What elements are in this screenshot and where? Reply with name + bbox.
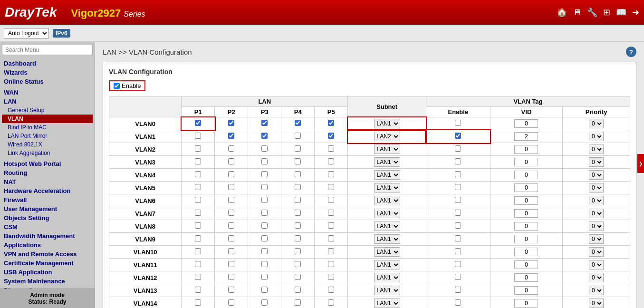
vlan-vlan1-p5-checkbox[interactable] (328, 133, 334, 139)
vlan-vlan12-priority-select[interactable]: 01234567 (589, 273, 604, 282)
vlan-vlan2-p1-checkbox[interactable] (195, 145, 201, 152)
vlan-vlan1-tag-enable-checkbox[interactable] (455, 133, 461, 139)
vlan-vlan12-p1-checkbox[interactable] (195, 274, 201, 280)
vlan-vlan3-priority-select[interactable]: 01234567 (589, 157, 604, 167)
vlan-vlan3-p1-checkbox[interactable] (195, 158, 201, 164)
sidebar-item-link-agg[interactable]: Link Aggregation (2, 149, 93, 157)
vlan-vlan11-p4-checkbox[interactable] (295, 261, 301, 267)
help-button[interactable]: ? (626, 47, 636, 57)
vlan-vlan14-p1-checkbox[interactable] (195, 299, 201, 306)
vlan-vlan8-p4-checkbox[interactable] (295, 222, 301, 229)
vlan-vlan7-subnet-select[interactable]: LAN1LAN2LAN3LAN4 (374, 209, 400, 218)
vlan-vlan2-priority-select[interactable]: 01234567 (589, 144, 604, 154)
vlan-vlan12-subnet-select[interactable]: LAN1LAN2LAN3LAN4 (374, 273, 400, 282)
vlan-vlan12-p4-checkbox[interactable] (295, 274, 301, 280)
sidebar-item-vpn[interactable]: VPN and Remote Access (2, 250, 93, 259)
vlan-vlan9-tag-enable-checkbox[interactable] (455, 235, 461, 241)
vlan-vlan9-vid-input[interactable] (514, 235, 538, 243)
vlan-vlan8-vid-input[interactable] (514, 222, 538, 231)
sidebar-item-hardware-accel[interactable]: Hardware Acceleration (2, 186, 93, 195)
sidebar-item-firewall[interactable]: Firewall (2, 195, 93, 204)
sidebar-item-routing[interactable]: Routing (2, 168, 93, 177)
vlan-vlan13-priority-select[interactable]: 01234567 (589, 286, 604, 295)
vlan-vlan4-p3-checkbox[interactable] (261, 171, 268, 177)
vlan-vlan3-p3-checkbox[interactable] (261, 158, 268, 164)
vlan-vlan9-p1-checkbox[interactable] (195, 235, 201, 241)
vlan-vlan5-p4-checkbox[interactable] (295, 184, 301, 190)
vlan-vlan7-priority-select[interactable]: 01234567 (589, 209, 604, 218)
vlan-vlan10-subnet-select[interactable]: LAN1LAN2LAN3LAN4 (374, 247, 400, 257)
ipv6-badge[interactable]: IPv6 (53, 29, 70, 38)
sidebar-item-wizards[interactable]: Wizards (2, 68, 93, 77)
vlan-vlan7-p1-checkbox[interactable] (195, 210, 201, 216)
vlan-vlan0-p5-checkbox[interactable] (328, 120, 334, 126)
vlan-vlan1-p1-checkbox[interactable] (195, 133, 201, 139)
vlan-vlan12-vid-input[interactable] (514, 273, 538, 282)
vlan-vlan1-p4-checkbox[interactable] (295, 133, 301, 139)
vlan-vlan12-p2-checkbox[interactable] (228, 274, 234, 280)
vlan-vlan9-priority-select[interactable]: 01234567 (589, 234, 604, 244)
vlan-vlan0-p4-checkbox[interactable] (295, 120, 301, 126)
vlan-vlan10-p2-checkbox[interactable] (228, 248, 234, 254)
vlan-vlan6-p1-checkbox[interactable] (195, 197, 201, 203)
sidebar-item-applications[interactable]: Applications (2, 241, 93, 250)
vlan-vlan9-p4-checkbox[interactable] (295, 235, 301, 241)
vlan-vlan4-priority-select[interactable]: 01234567 (589, 170, 604, 180)
sidebar-item-objects[interactable]: Objects Setting (2, 213, 93, 222)
vlan-vlan14-subnet-select[interactable]: LAN1LAN2LAN3LAN4 (374, 298, 400, 308)
vlan-vlan1-subnet-select[interactable]: LAN1LAN2LAN3LAN4 (374, 132, 400, 141)
vlan-vlan10-p3-checkbox[interactable] (261, 248, 268, 254)
vlan-vlan9-subnet-select[interactable]: LAN1LAN2LAN3LAN4 (374, 234, 400, 244)
vlan-vlan9-p3-checkbox[interactable] (261, 235, 268, 241)
vlan-vlan4-p2-checkbox[interactable] (228, 171, 234, 177)
vlan-vlan11-tag-enable-checkbox[interactable] (455, 261, 461, 267)
vlan-vlan12-tag-enable-checkbox[interactable] (455, 274, 461, 280)
vlan-vlan10-tag-enable-checkbox[interactable] (455, 248, 461, 254)
vlan-vlan13-p2-checkbox[interactable] (228, 287, 234, 293)
vlan-vlan12-p5-checkbox[interactable] (328, 274, 334, 280)
vlan-vlan0-subnet-select[interactable]: LAN1LAN2LAN3LAN4 (374, 119, 400, 128)
vlan-vlan13-p1-checkbox[interactable] (195, 287, 201, 293)
enable-checkbox[interactable] (114, 83, 120, 89)
vlan-vlan0-tag-enable-checkbox[interactable] (455, 120, 461, 126)
vlan-vlan8-p3-checkbox[interactable] (261, 222, 268, 229)
vlan-vlan4-p1-checkbox[interactable] (195, 171, 201, 177)
vlan-vlan8-p2-checkbox[interactable] (228, 222, 234, 229)
vlan-vlan3-subnet-select[interactable]: LAN1LAN2LAN3LAN4 (374, 157, 400, 167)
vlan-vlan4-subnet-select[interactable]: LAN1LAN2LAN3LAN4 (374, 170, 400, 180)
vlan-vlan4-vid-input[interactable] (514, 171, 538, 179)
vlan-vlan2-vid-input[interactable] (514, 145, 538, 154)
vlan-vlan2-p3-checkbox[interactable] (261, 145, 268, 152)
vlan-vlan5-p2-checkbox[interactable] (228, 184, 234, 190)
sidebar-item-wired-8021x[interactable]: Wired 802.1X (2, 140, 93, 149)
vlan-vlan6-subnet-select[interactable]: LAN1LAN2LAN3LAN4 (374, 196, 400, 205)
vlan-vlan8-p5-checkbox[interactable] (328, 222, 334, 229)
vlan-vlan13-vid-input[interactable] (514, 286, 538, 295)
sidebar-item-vlan[interactable]: VLAN (2, 115, 93, 123)
vlan-vlan5-p1-checkbox[interactable] (195, 184, 201, 190)
sidebar-item-port-mirror[interactable]: LAN Port Mirror (2, 132, 93, 140)
vlan-vlan7-p3-checkbox[interactable] (261, 210, 268, 216)
vlan-vlan5-vid-input[interactable] (514, 183, 538, 192)
vlan-vlan5-priority-select[interactable]: 01234567 (589, 183, 604, 192)
vlan-vlan2-p4-checkbox[interactable] (295, 145, 301, 152)
vlan-vlan8-priority-select[interactable]: 01234567 (589, 221, 604, 231)
sidebar-item-bind-ip[interactable]: Bind IP to MAC (2, 123, 93, 132)
vlan-vlan11-p5-checkbox[interactable] (328, 261, 334, 267)
vlan-vlan11-p1-checkbox[interactable] (195, 261, 201, 267)
vlan-vlan2-p2-checkbox[interactable] (228, 145, 234, 152)
vlan-vlan8-tag-enable-checkbox[interactable] (455, 222, 461, 229)
vlan-vlan2-subnet-select[interactable]: LAN1LAN2LAN3LAN4 (374, 144, 400, 154)
vlan-vlan0-p1-checkbox[interactable] (195, 120, 201, 126)
vlan-vlan14-p5-checkbox[interactable] (328, 299, 334, 306)
vlan-vlan0-priority-select[interactable]: 01234567 (589, 119, 604, 128)
sidebar-item-bandwidth[interactable]: Bandwidth Management (2, 231, 93, 241)
vlan-vlan14-priority-select[interactable]: 01234567 (589, 298, 604, 308)
search-input[interactable] (2, 45, 93, 55)
right-scroll-arrow[interactable]: ❯ (637, 154, 644, 173)
vlan-vlan4-tag-enable-checkbox[interactable] (455, 171, 461, 177)
vlan-vlan7-p5-checkbox[interactable] (328, 210, 334, 216)
vlan-vlan13-subnet-select[interactable]: LAN1LAN2LAN3LAN4 (374, 286, 400, 295)
vlan-vlan11-p2-checkbox[interactable] (228, 261, 234, 267)
sidebar-item-nat[interactable]: NAT (2, 177, 93, 186)
